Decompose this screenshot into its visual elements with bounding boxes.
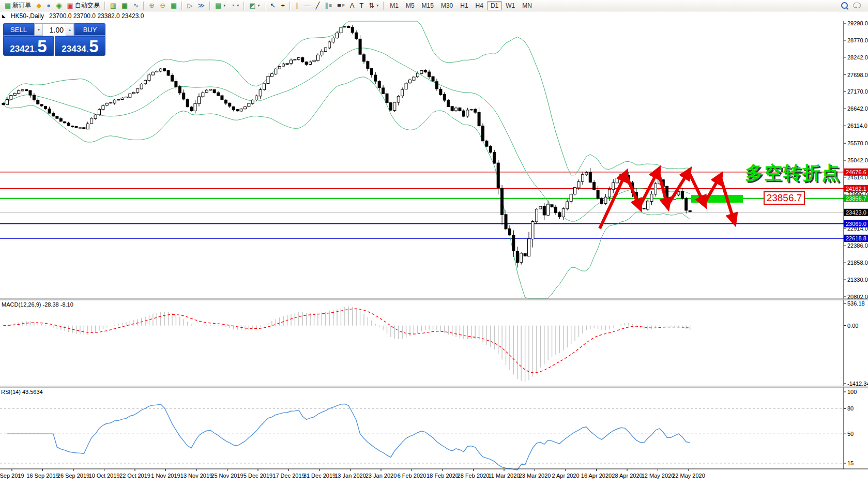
- auto-scroll-button[interactable]: ≫: [195, 1, 207, 10]
- buy-price-dot: .: [87, 45, 89, 54]
- svg-text:10 Oct 2019: 10 Oct 2019: [89, 473, 120, 479]
- zoom-in-button[interactable]: ⊕: [146, 1, 157, 10]
- channel-sub-label: E: [329, 3, 332, 8]
- svg-text:536.18: 536.18: [847, 300, 865, 307]
- gold-icon: ◆: [36, 2, 41, 9]
- svg-text:31 Dec 2019: 31 Dec 2019: [303, 473, 336, 479]
- svg-text:28242.0: 28242.0: [847, 54, 868, 60]
- symbol-period-label: HK50-,Daily: [11, 12, 44, 20]
- svg-text:27698.0: 27698.0: [847, 72, 868, 78]
- svg-text:15: 15: [847, 460, 854, 466]
- tab-d1[interactable]: D1: [487, 1, 502, 10]
- dropdown-arrow-icon: ▾: [237, 3, 239, 8]
- clock-icon: ◔: [231, 2, 235, 9]
- new-chart-button[interactable]: ▤▾: [212, 1, 228, 10]
- line-chart-mode-button[interactable]: ∿: [130, 1, 141, 10]
- equidistant-channel-button[interactable]: ∥E: [322, 1, 334, 10]
- autotrading-button[interactable]: ▣ 自动交易: [65, 1, 102, 10]
- chart-menu-icon[interactable]: ◣: [2, 13, 6, 19]
- tab-w1[interactable]: W1: [502, 1, 519, 10]
- tab-m15[interactable]: M15: [418, 1, 437, 10]
- gold-button[interactable]: ◆: [34, 1, 44, 10]
- fibonacci-icon: ≡: [337, 2, 341, 9]
- svg-text:22618.8: 22618.8: [846, 235, 866, 241]
- chat-icon[interactable]: [853, 3, 861, 8]
- separator: [209, 2, 210, 10]
- new-order-label: 新订单: [12, 1, 31, 10]
- signals-button[interactable]: ◉: [53, 1, 64, 10]
- volume-value[interactable]: 1.00: [43, 24, 66, 36]
- new-chart-icon: ▤: [215, 2, 221, 9]
- one-click-trading-panel: SELL ▾ 1.00 ▴ BUY 23421 . 5 23434 . 5: [3, 23, 105, 56]
- svg-text:25042.0: 25042.0: [847, 157, 868, 163]
- tab-h4[interactable]: H4: [472, 1, 487, 10]
- chart-shift-button[interactable]: ▷: [185, 1, 195, 10]
- template-button[interactable]: ◩▾: [247, 1, 262, 10]
- svg-text:24676.6: 24676.6: [846, 169, 866, 175]
- candlestick-icon: ▦: [121, 2, 128, 9]
- tab-mn[interactable]: MN: [519, 1, 536, 10]
- text-button[interactable]: A: [347, 1, 357, 10]
- arrow-tools-icon: ⇅: [369, 2, 374, 9]
- svg-text:5 Dec 2019: 5 Dec 2019: [243, 473, 272, 479]
- rsi-label: RSI(14) 43.5634: [1, 389, 43, 395]
- svg-text:22 Oct 2019: 22 Oct 2019: [119, 473, 150, 479]
- tab-m30[interactable]: M30: [437, 1, 456, 10]
- cursor-button[interactable]: ↖: [268, 1, 279, 10]
- tab-m1[interactable]: M1: [386, 1, 402, 10]
- svg-text:11 Mar 2020: 11 Mar 2020: [489, 473, 520, 479]
- horizontal-line-icon: ―: [304, 2, 311, 9]
- volume-increase-button[interactable]: ▴: [66, 24, 74, 36]
- auto-scroll-icon: ≫: [197, 2, 205, 9]
- signals-icon: ◉: [56, 2, 62, 9]
- svg-text:23 Jan 2020: 23 Jan 2020: [366, 473, 397, 479]
- sell-price-button[interactable]: 23421 . 5: [3, 36, 54, 56]
- volume-decrease-button[interactable]: ▾: [35, 24, 43, 36]
- chart-canvas[interactable]: 29298.028770.028242.027698.027170.026642…: [0, 0, 868, 487]
- buy-price-main: 23434: [62, 44, 86, 54]
- vertical-line-icon: ∣: [295, 2, 299, 9]
- svg-text:26642.0: 26642.0: [847, 105, 868, 112]
- text-label-icon: T: [359, 2, 363, 9]
- svg-text:18 Feb 2020: 18 Feb 2020: [427, 473, 459, 479]
- svg-text:23856.7: 23856.7: [846, 195, 866, 202]
- period-dropdown-button[interactable]: ◔▾: [228, 1, 241, 10]
- svg-text:6 Feb 2020: 6 Feb 2020: [398, 473, 427, 479]
- horizontal-line-button[interactable]: ―: [301, 1, 313, 10]
- trendline-button[interactable]: ╱: [313, 1, 323, 10]
- channel-icon: ∥: [325, 2, 328, 9]
- bar-chart-icon: ▥: [110, 2, 116, 9]
- tab-h1[interactable]: H1: [456, 1, 471, 10]
- tile-windows-button[interactable]: ▦: [168, 1, 179, 10]
- separator: [290, 2, 291, 10]
- buy-price-button[interactable]: 23434 . 5: [55, 36, 105, 56]
- cursor-icon: ↖: [270, 2, 276, 9]
- crosshair-button[interactable]: +: [278, 1, 287, 10]
- profile-button[interactable]: ●: [44, 1, 53, 10]
- text-label-button[interactable]: T: [357, 1, 366, 10]
- separator: [104, 2, 105, 10]
- vertical-line-button[interactable]: ∣: [293, 1, 301, 10]
- svg-text:2 Apr 2020: 2 Apr 2020: [552, 473, 579, 479]
- candlestick-mode-button[interactable]: ▦: [119, 1, 130, 10]
- svg-text:13 Jan 2020: 13 Jan 2020: [334, 473, 366, 479]
- svg-text:21330.0: 21330.0: [847, 277, 868, 283]
- zoom-out-button[interactable]: ⊖: [157, 1, 168, 10]
- template-icon: ◩: [249, 2, 255, 9]
- svg-text:-1412.34: -1412.34: [847, 381, 868, 387]
- new-order-button[interactable]: ▤ 新订单: [2, 1, 34, 10]
- fibonacci-button[interactable]: ≡F: [334, 1, 347, 10]
- sell-button[interactable]: SELL: [3, 23, 34, 36]
- search-icon[interactable]: [841, 2, 848, 9]
- arrow-tools-button[interactable]: ⇅▾: [366, 1, 381, 10]
- svg-text:28770.0: 28770.0: [847, 37, 868, 43]
- bar-chart-mode-button[interactable]: ▥: [108, 1, 119, 10]
- sell-price-main: 23421: [10, 44, 34, 54]
- volume-field[interactable]: ▾ 1.00 ▴: [34, 23, 74, 36]
- tile-windows-icon: ▦: [171, 2, 177, 9]
- dropdown-arrow-icon: ▾: [258, 3, 260, 8]
- tab-m5[interactable]: M5: [402, 1, 418, 10]
- buy-button[interactable]: BUY: [74, 23, 105, 36]
- svg-text:Sep 2019: Sep 2019: [0, 473, 24, 479]
- svg-text:26 Sep 2019: 26 Sep 2019: [57, 473, 89, 479]
